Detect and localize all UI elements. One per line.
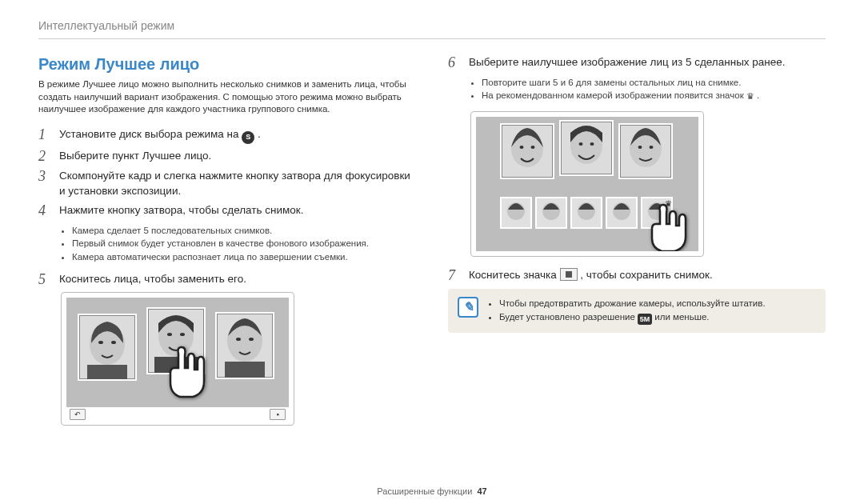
intro-paragraph: В режиме Лучшее лицо можно выполнить нес…: [38, 78, 416, 116]
steps-list-left: 1 Установите диск выбора режима на S . 2…: [38, 127, 416, 219]
note-list: Чтобы предотвратить дрожание камеры, исп…: [486, 297, 766, 325]
svg-rect-11: [225, 362, 265, 378]
divider: [38, 38, 826, 39]
text-fragment: Установите диск выбора режима на: [59, 128, 242, 140]
step-number: 4: [38, 203, 51, 219]
sub-item: На рекомендованном камерой изображении п…: [482, 89, 826, 103]
step-text: Установите диск выбора режима на S .: [59, 127, 416, 144]
note-box: ✎ Чтобы предотвратить дрожание камеры, и…: [448, 289, 826, 333]
step-text: Коснитесь лица, чтобы заменить его.: [59, 272, 416, 286]
tap-hand-icon: [162, 346, 210, 402]
sub-item: Камера сделает 5 последовательных снимко…: [72, 224, 416, 238]
svg-point-19: [638, 146, 642, 149]
steps-list-left-2: 5 Коснитесь лица, чтобы заменить его.: [38, 272, 416, 288]
step-number: 6: [448, 55, 461, 71]
svg-rect-3: [87, 365, 127, 379]
sub-item: Камера автоматически распознает лица по …: [72, 250, 416, 264]
page-title: Режим Лучшее лицо: [38, 55, 416, 74]
mode-dial-s-icon: S: [242, 131, 254, 144]
note-item: Будет установлено разрешение 5M или мень…: [499, 310, 766, 325]
face-thumbnail: [500, 197, 532, 229]
text-fragment: .: [757, 90, 759, 100]
note-item: Чтобы предотвратить дрожание камеры, исп…: [499, 297, 766, 310]
footer-section-label: Расширенные функции: [377, 486, 472, 496]
step-5: 5 Коснитесь лица, чтобы заменить его.: [38, 272, 416, 288]
tap-hand-icon: [644, 203, 692, 251]
step-3: 3 Скомпонуйте кадр и слегка нажмите кноп…: [38, 169, 416, 198]
step-6: 6 Выберите наилучшее изображение лиц из …: [448, 55, 826, 71]
illustration-face-select: ↶ ▪: [61, 292, 294, 426]
text-fragment: Коснитесь значка: [469, 269, 560, 281]
step-4: 4 Нажмите кнопку затвора, чтобы сделать …: [38, 203, 416, 219]
save-icon: [560, 268, 578, 281]
step-number: 7: [448, 268, 461, 284]
step-number: 1: [38, 127, 51, 143]
step-text: Выберите наилучшее изображение лиц из 5 …: [469, 55, 826, 70]
svg-point-16: [579, 142, 583, 146]
text-fragment: , чтобы сохранить снимок.: [580, 269, 712, 281]
save-small-icon: ▪: [270, 409, 286, 420]
page-number: 47: [477, 486, 486, 496]
text-fragment: Будет установлено разрешение: [499, 312, 638, 322]
left-column: Режим Лучшее лицо В режиме Лучшее лицо м…: [38, 55, 416, 482]
svg-point-1: [98, 341, 103, 344]
section-header: Интеллектуальный режим: [38, 19, 826, 32]
note-info-icon: ✎: [458, 297, 478, 318]
steps-list-right: 6 Выберите наилучшее изображение лиц из …: [448, 55, 826, 71]
face-box: [215, 312, 274, 379]
face-thumbnail: [606, 197, 638, 229]
face-box: [500, 123, 554, 179]
svg-point-20: [650, 146, 654, 149]
frame-bottom-bar: ↶ ▪: [66, 409, 289, 420]
right-column: 6 Выберите наилучшее изображение лиц из …: [448, 55, 826, 482]
step-1: 1 Установите диск выбора режима на S .: [38, 127, 416, 144]
svg-point-6: [180, 333, 185, 336]
page-footer: Расширенные функции 47: [38, 482, 826, 496]
face-box: [618, 123, 673, 179]
columns: Режим Лучшее лицо В режиме Лучшее лицо м…: [38, 55, 826, 482]
svg-point-13: [520, 146, 524, 149]
svg-point-2: [111, 341, 116, 344]
sub-item: Повторите шаги 5 и 6 для замены остальны…: [482, 76, 826, 90]
svg-point-14: [531, 146, 535, 149]
step-7: 7 Коснитесь значка , чтобы сохранить сни…: [448, 268, 826, 284]
back-icon: ↶: [70, 409, 86, 420]
step-number: 2: [38, 149, 51, 165]
manual-page: Интеллектуальный режим Режим Лучшее лицо…: [0, 0, 864, 504]
face-thumbnail: [535, 197, 567, 229]
face-box: [559, 120, 614, 176]
illustration-face-pick: ♛: [470, 111, 704, 257]
step-6-subitems: Повторите шаги 5 и 6 для замены остальны…: [470, 76, 826, 104]
steps-list-right-2: 7 Коснитесь значка , чтобы сохранить сни…: [448, 268, 826, 284]
face-box: [78, 314, 137, 381]
step-text: Коснитесь значка , чтобы сохранить снимо…: [469, 268, 826, 282]
text-fragment: или меньше.: [654, 312, 709, 322]
svg-point-9: [236, 338, 241, 341]
crown-icon: ♛: [746, 90, 754, 103]
sub-item: Первый снимок будет установлен в качеств…: [72, 237, 416, 250]
step-number: 3: [38, 169, 51, 185]
svg-point-5: [167, 333, 172, 336]
svg-point-10: [249, 338, 254, 341]
step-text: Нажмите кнопку затвора, чтобы сделать сн…: [59, 203, 416, 218]
photo-area: [66, 298, 289, 407]
step-text: Скомпонуйте кадр и слегка нажмите кнопку…: [59, 169, 416, 198]
text-fragment: .: [258, 128, 261, 140]
svg-point-17: [590, 142, 594, 146]
resolution-5m-icon: 5M: [638, 314, 652, 325]
face-thumbnail: [570, 197, 602, 229]
photo-area: ♛: [476, 117, 698, 251]
text-fragment: На рекомендованном камерой изображении п…: [482, 90, 746, 100]
step-2: 2 Выберите пункт Лучшее лицо.: [38, 149, 416, 165]
step-number: 5: [38, 272, 51, 288]
step-4-subitems: Камера сделает 5 последовательных снимко…: [61, 224, 416, 264]
step-text: Выберите пункт Лучшее лицо.: [59, 149, 416, 163]
